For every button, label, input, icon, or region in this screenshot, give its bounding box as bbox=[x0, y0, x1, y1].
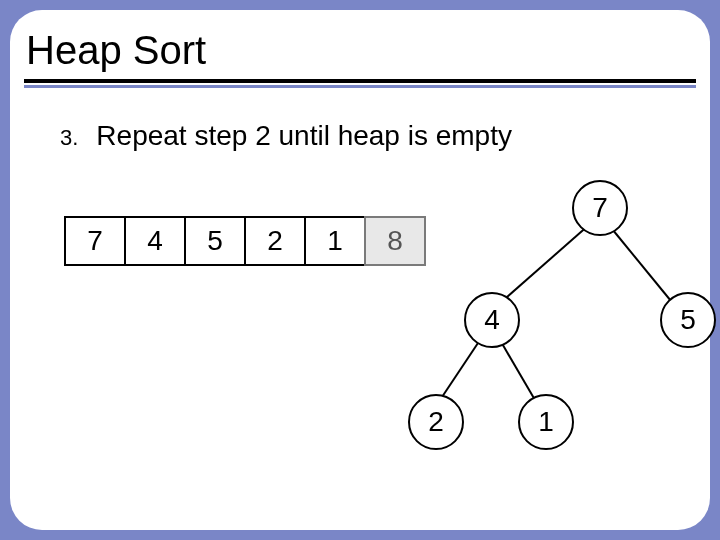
array-cell: 5 bbox=[184, 216, 246, 266]
slide-body: 3. Repeat step 2 until heap is empty 7 4… bbox=[40, 120, 680, 510]
title-rule-dark bbox=[24, 79, 696, 83]
array-cell: 1 bbox=[304, 216, 366, 266]
slide-card: Heap Sort 3. Repeat step 2 until heap is… bbox=[10, 10, 710, 530]
heap-tree: 7 4 5 2 1 bbox=[380, 180, 720, 480]
step-line: 3. Repeat step 2 until heap is empty bbox=[60, 120, 680, 152]
title-rule-accent bbox=[24, 85, 696, 88]
tree-node-left: 4 bbox=[464, 292, 520, 348]
step-number: 3. bbox=[60, 125, 78, 151]
tree-node-root: 7 bbox=[572, 180, 628, 236]
array-cell: 2 bbox=[244, 216, 306, 266]
title-bar: Heap Sort bbox=[10, 28, 710, 88]
array-cell: 7 bbox=[64, 216, 126, 266]
tree-node-right: 5 bbox=[660, 292, 716, 348]
tree-node-left-left: 2 bbox=[408, 394, 464, 450]
step-text: Repeat step 2 until heap is empty bbox=[96, 120, 512, 152]
tree-node-left-right: 1 bbox=[518, 394, 574, 450]
slide-background: Heap Sort 3. Repeat step 2 until heap is… bbox=[0, 0, 720, 540]
array-cell: 4 bbox=[124, 216, 186, 266]
slide-title: Heap Sort bbox=[10, 28, 710, 79]
array-row: 7 4 5 2 1 8 bbox=[64, 216, 426, 266]
